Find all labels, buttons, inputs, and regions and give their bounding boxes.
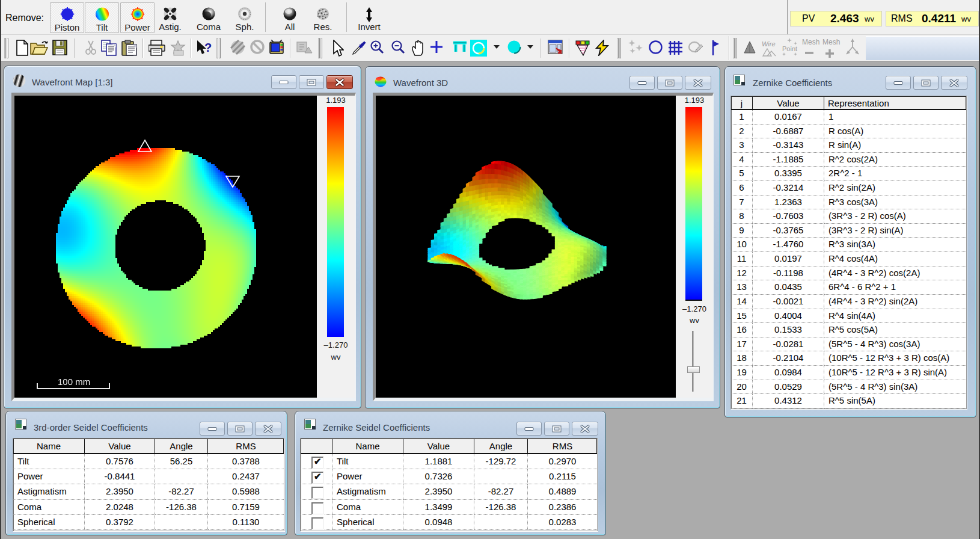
svg-text:?: ? <box>204 41 212 54</box>
svg-text:Point: Point <box>782 45 797 52</box>
svg-text:Mesh: Mesh <box>802 38 819 46</box>
svg-text:Wire: Wire <box>762 40 776 48</box>
svg-text:Mesh: Mesh <box>822 38 840 46</box>
